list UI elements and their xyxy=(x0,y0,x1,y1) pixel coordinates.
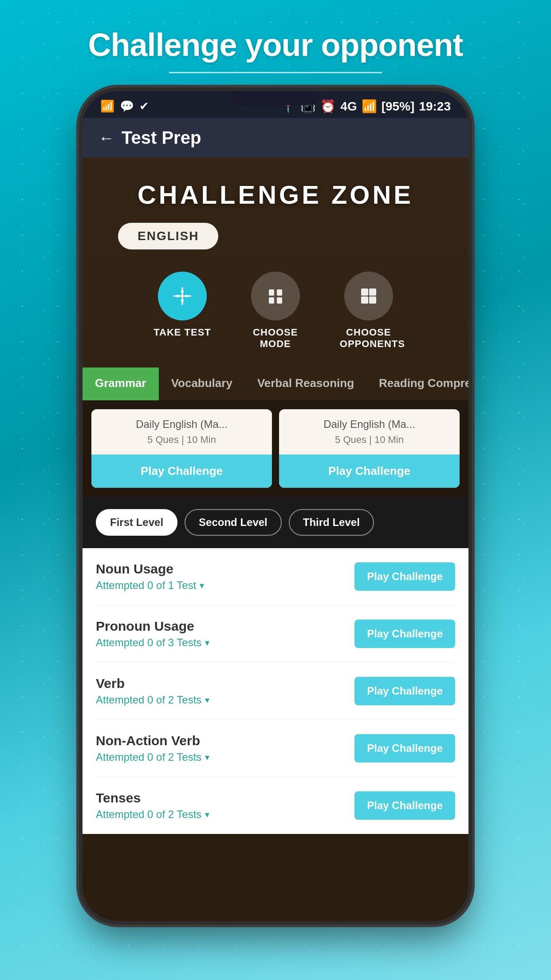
verb-name: Verb xyxy=(96,676,209,691)
battery-label: [95%] xyxy=(382,99,415,114)
list-item-pronoun: Pronoun Usage Attempted 0 of 3 Tests ▾ P… xyxy=(96,605,455,663)
card-2-meta: 5 Ques | 10 Min xyxy=(288,434,451,446)
back-icon[interactable]: ← xyxy=(98,129,114,147)
time-label: 19:23 xyxy=(419,99,451,114)
take-test-icon-circle xyxy=(158,272,207,320)
noun-attempted: Attempted 0 of 1 Test ▾ xyxy=(96,579,204,592)
take-test-label: TAKE TEST xyxy=(153,327,211,338)
list-item-tenses: Tenses Attempted 0 of 2 Tests ▾ Play Cha… xyxy=(96,777,455,834)
pronoun-attempted: Attempted 0 of 3 Tests ▾ xyxy=(96,636,209,649)
non-action-verb-attempted: Attempted 0 of 2 Tests ▾ xyxy=(96,751,209,763)
list-item-verb-left: Verb Attempted 0 of 2 Tests ▾ xyxy=(96,676,209,706)
svg-rect-10 xyxy=(361,288,368,296)
choose-mode-label: CHOOSE MODE xyxy=(247,327,304,350)
non-action-verb-name: Non-Action Verb xyxy=(96,733,209,748)
page-header: Challenge your opponent xyxy=(52,0,498,87)
svg-point-3 xyxy=(181,299,184,302)
svg-rect-12 xyxy=(361,296,368,304)
signal-icon: 📶 xyxy=(362,99,377,114)
list-item-tenses-left: Tenses Attempted 0 of 2 Tests ▾ xyxy=(96,790,209,821)
verb-chevron: ▾ xyxy=(205,695,209,705)
tenses-chevron: ▾ xyxy=(205,809,209,820)
notch xyxy=(231,91,320,105)
challenge-cards-row: Daily English (Ma... 5 Ques | 10 Min Pla… xyxy=(83,400,468,497)
tab-verbal-reasoning[interactable]: Verbal Reasoning xyxy=(245,368,366,400)
notification-icon: 💬 xyxy=(120,99,134,113)
verb-attempted: Attempted 0 of 2 Tests ▾ xyxy=(96,694,209,706)
phone-content: CHALLENGE ZONE ENGLISH xyxy=(83,158,468,921)
second-level-button[interactable]: Second Level xyxy=(185,509,282,536)
tab-reading-comp[interactable]: Reading Compreh... xyxy=(366,368,468,400)
svg-rect-8 xyxy=(269,297,274,304)
alarm-icon: ⏰ xyxy=(320,99,336,114)
tab-vocabulary[interactable]: Vocabulary xyxy=(159,368,245,400)
level-buttons-row: First Level Second Level Third Level xyxy=(83,497,468,548)
card-1-button[interactable]: Play Challenge xyxy=(91,454,272,488)
noun-play-button[interactable]: Play Challenge xyxy=(354,562,455,591)
pronoun-name: Pronoun Usage xyxy=(96,619,209,634)
challenge-card-2: Daily English (Ma... 5 Ques | 10 Min Pla… xyxy=(279,409,460,488)
non-action-verb-play-button[interactable]: Play Challenge xyxy=(354,734,455,763)
status-left: 📶 💬 ✔ xyxy=(100,99,149,113)
pronoun-play-button[interactable]: Play Challenge xyxy=(354,620,455,648)
list-item-pronoun-left: Pronoun Usage Attempted 0 of 3 Tests ▾ xyxy=(96,619,209,649)
list-item-noun-left: Noun Usage Attempted 0 of 1 Test ▾ xyxy=(96,561,204,592)
network-label: 4G xyxy=(340,99,357,114)
svg-rect-6 xyxy=(269,289,274,296)
wifi-icon: 📶 xyxy=(100,99,114,113)
english-pill-container: ENGLISH xyxy=(100,223,218,249)
check-icon: ✔ xyxy=(139,99,149,113)
challenge-zone-title: CHALLENGE ZONE xyxy=(83,158,468,223)
svg-rect-7 xyxy=(277,289,282,296)
noun-name: Noun Usage xyxy=(96,561,204,577)
card-2-title: Daily English (Ma... xyxy=(288,418,451,431)
svg-point-5 xyxy=(185,295,188,297)
page-divider xyxy=(169,72,382,73)
third-level-button[interactable]: Third Level xyxy=(289,509,374,536)
english-pill-button[interactable]: ENGLISH xyxy=(118,223,218,249)
choose-opponents-icon-circle xyxy=(344,272,393,320)
list-item-nav-left: Non-Action Verb Attempted 0 of 2 Tests ▾ xyxy=(96,733,209,763)
list-item-verb: Verb Attempted 0 of 2 Tests ▾ Play Chall… xyxy=(96,663,455,720)
verb-play-button[interactable]: Play Challenge xyxy=(354,677,455,705)
header-title: Test Prep xyxy=(122,128,201,148)
tenses-name: Tenses xyxy=(96,790,209,806)
svg-rect-9 xyxy=(277,297,282,304)
mode-choose-opponents[interactable]: CHOOSE OPPONENTS xyxy=(340,272,398,350)
challenge-card-1: Daily English (Ma... 5 Ques | 10 Min Pla… xyxy=(91,409,272,488)
phone-frame: 📶 💬 ✔ 📍 📳 ⏰ 4G 📶 [95%] 19:23 ← Test Prep… xyxy=(83,91,468,921)
tab-bar: Grammar Vocabulary Verbal Reasoning Read… xyxy=(83,368,468,400)
choose-mode-icon-circle xyxy=(251,272,300,320)
svg-rect-11 xyxy=(369,288,376,296)
mode-take-test[interactable]: TAKE TEST xyxy=(153,272,211,350)
app-header: ← Test Prep xyxy=(83,118,468,158)
list-section: Noun Usage Attempted 0 of 1 Test ▾ Play … xyxy=(83,548,468,834)
pronoun-chevron: ▾ xyxy=(205,637,209,648)
tab-grammar[interactable]: Grammar xyxy=(83,368,159,400)
card-1-meta: 5 Ques | 10 Min xyxy=(100,434,263,446)
tenses-play-button[interactable]: Play Challenge xyxy=(354,791,455,820)
card-2-body: Daily English (Ma... 5 Ques | 10 Min xyxy=(279,409,460,454)
noun-chevron: ▾ xyxy=(200,580,204,591)
card-1-body: Daily English (Ma... 5 Ques | 10 Min xyxy=(91,409,272,454)
mode-icons-row: TAKE TEST CHOOSE MODE xyxy=(83,263,468,368)
page-title: Challenge your opponent xyxy=(88,27,463,63)
card-2-button[interactable]: Play Challenge xyxy=(279,454,460,488)
list-item-non-action-verb: Non-Action Verb Attempted 0 of 2 Tests ▾… xyxy=(96,720,455,777)
list-item-noun: Noun Usage Attempted 0 of 1 Test ▾ Play … xyxy=(96,548,455,605)
mode-choose-mode[interactable]: CHOOSE MODE xyxy=(247,272,304,350)
card-1-title: Daily English (Ma... xyxy=(100,418,263,431)
content-scroll: CHALLENGE ZONE ENGLISH xyxy=(83,158,468,834)
svg-point-4 xyxy=(177,295,179,297)
first-level-button[interactable]: First Level xyxy=(96,509,177,536)
svg-rect-13 xyxy=(369,296,376,304)
svg-point-2 xyxy=(181,290,184,293)
tenses-attempted: Attempted 0 of 2 Tests ▾ xyxy=(96,808,209,821)
nav-chevron: ▾ xyxy=(205,752,209,763)
choose-opponents-label: CHOOSE OPPONENTS xyxy=(340,327,398,350)
